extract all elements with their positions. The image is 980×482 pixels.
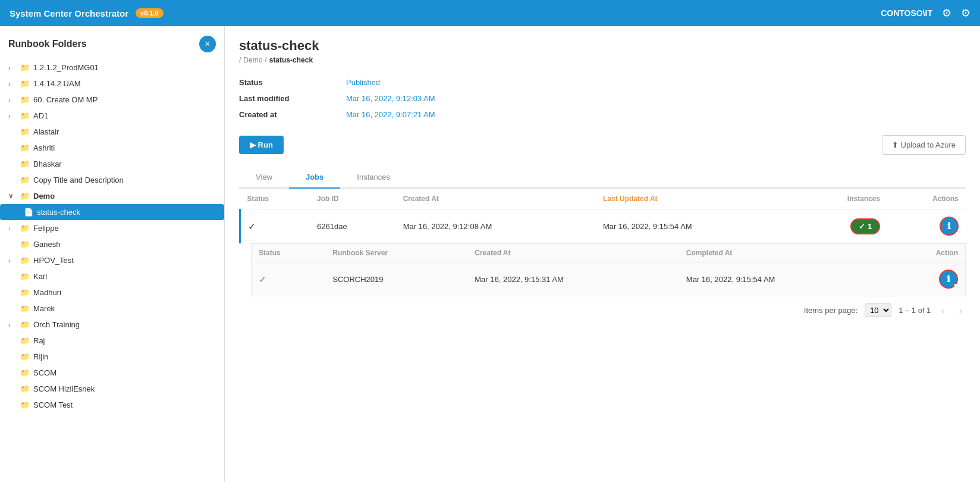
status-value: Published <box>346 76 966 89</box>
folder-icon: 📁 <box>20 143 30 152</box>
folder-icon: 📁 <box>20 224 30 233</box>
chevron-right-icon: › <box>8 64 17 71</box>
col-header-jobid: Job ID <box>310 189 396 209</box>
last-modified-value: Mar 16, 2022, 9:12:03 AM <box>346 92 966 105</box>
sub-info-button[interactable]: ℹ ↖ <box>939 270 958 289</box>
row-createdat: Mar 16, 2022, 9:12:08 AM <box>396 209 596 243</box>
folder-icon: 📁 <box>20 63 30 72</box>
prev-page-button[interactable]: ‹ <box>938 304 948 317</box>
pagination: Items per page: 10 25 50 1 – 1 of 1 ‹ › <box>239 296 966 317</box>
upload-azure-button[interactable]: ⬆ Upload to Azure <box>882 135 966 155</box>
sidebar-scroll: › 📁 1.2.1.2_ProdMG01 › 📁 1.4.14.2 UAM › … <box>0 60 224 482</box>
sidebar-item-label: HPOV_Test <box>33 256 216 265</box>
sub-row-action: ℹ ↖ <box>890 262 965 296</box>
sidebar-item-ad1[interactable]: › 📁 AD1 <box>0 108 224 124</box>
items-per-page-select[interactable]: 10 25 50 <box>865 303 891 317</box>
runbook-icon: 📄 <box>24 208 33 217</box>
sidebar-item-label: Demo <box>33 192 216 201</box>
sidebar-item-demo[interactable]: ∨ 📁 Demo <box>0 188 224 204</box>
sidebar-item-ganesh[interactable]: 📁 Ganesh <box>0 236 224 252</box>
sub-row-createdat: Mar 16, 2022, 9:15:31 AM <box>467 262 679 296</box>
col-header-createdat: Created At <box>396 189 596 209</box>
instances-badge[interactable]: ✓ 1 <box>850 218 880 234</box>
sidebar-item-label: 1.4.14.2 UAM <box>33 79 216 88</box>
sidebar-item-madhuri[interactable]: 📁 Madhuri <box>0 284 224 301</box>
version-badge: v0.1.0 <box>136 8 164 18</box>
sub-row-server: SCORCH2019 <box>325 262 467 296</box>
sidebar-item-60createommp[interactable]: › 📁 60. Create OM MP <box>0 92 224 108</box>
sub-col-createdat: Created At <box>467 244 679 262</box>
row-status: ✓ <box>240 209 310 243</box>
sidebar-item-1414uam[interactable]: › 📁 1.4.14.2 UAM <box>0 76 224 92</box>
gear-icon[interactable]: ⚙ <box>961 7 970 20</box>
sidebar-close-button[interactable]: × <box>199 36 216 52</box>
sidebar-item-rijin[interactable]: 📁 Rijin <box>0 349 224 365</box>
folder-icon: 📁 <box>20 400 30 409</box>
breadcrumb: / Demo / status-check <box>239 56 966 64</box>
breadcrumb-slash: / <box>239 56 241 64</box>
folder-icon: 📁 <box>20 159 30 168</box>
sidebar-item-ashriti[interactable]: 📁 Ashriti <box>0 140 224 156</box>
sidebar-item-hpovtest[interactable]: › 📁 HPOV_Test <box>0 252 224 268</box>
app-header: System Center Orchestrator v0.1.0 CONTOS… <box>0 0 980 26</box>
run-button[interactable]: ▶ Run <box>239 136 284 154</box>
sub-col-completedat: Completed At <box>679 244 891 262</box>
sidebar-item-label: SCOM <box>33 368 216 377</box>
sidebar-item-raj[interactable]: 📁 Raj <box>0 333 224 349</box>
row-info-button[interactable]: ℹ <box>940 217 959 236</box>
sidebar-item-marek[interactable]: 📁 Marek <box>0 301 224 317</box>
folder-icon: 📁 <box>20 288 30 297</box>
sidebar-item-label: Rijin <box>33 352 216 361</box>
folder-icon: 📁 <box>20 95 30 104</box>
actions-cell: ℹ <box>894 217 959 236</box>
header-right: CONTOSO\IT ⚙ ⚙ <box>881 7 970 20</box>
chevron-right-icon: › <box>8 321 17 328</box>
folder-icon: 📁 <box>20 176 30 184</box>
sidebar-item-label: SCOM Test <box>33 400 216 409</box>
tab-jobs[interactable]: Jobs <box>289 167 340 189</box>
sidebar-item-copytitle[interactable]: 📁 Copy Title and Description <box>0 172 224 188</box>
col-header-lastupdated: Last Updated At <box>596 189 796 209</box>
sub-col-runbookserver: Runbook Server <box>325 244 467 262</box>
created-at-label: Created at <box>239 108 346 121</box>
folder-icon: 📁 <box>20 192 30 201</box>
sidebar-item-statuscheck[interactable]: 📄 status-check <box>0 204 224 220</box>
sidebar-item-label: Bhaskar <box>33 159 216 168</box>
tab-instances[interactable]: Instances <box>340 167 407 189</box>
sidebar-item-label: Ashriti <box>33 143 216 152</box>
sidebar-item-label: Copy Title and Description <box>33 176 216 184</box>
status-label: Status <box>239 76 346 89</box>
row-lastupdated: Mar 16, 2022, 9:15:54 AM <box>596 209 796 243</box>
sidebar-item-alastair[interactable]: 📁 Alastair <box>0 124 224 140</box>
row-instances: ✓ 1 <box>796 209 887 243</box>
settings-icon[interactable]: ⚙ <box>942 7 951 20</box>
folder-icon: 📁 <box>20 240 30 249</box>
check-icon: ✓ <box>248 221 256 231</box>
folder-icon: 📁 <box>20 352 30 361</box>
tabs-bar: View Jobs Instances <box>239 167 966 189</box>
chevron-right-icon: › <box>8 112 17 120</box>
next-page-button[interactable]: › <box>956 304 966 317</box>
last-modified-label: Last modified <box>239 92 346 105</box>
sidebar-item-orchtraining[interactable]: › 📁 Orch Training <box>0 317 224 333</box>
breadcrumb-demo[interactable]: Demo <box>243 56 262 64</box>
page-info: 1 – 1 of 1 <box>899 306 931 315</box>
sidebar-header: Runbook Folders × <box>0 26 224 60</box>
sidebar-item-scom[interactable]: 📁 SCOM <box>0 365 224 381</box>
sub-row-status: ✓ <box>252 262 325 296</box>
sidebar-item-1212prodmg01[interactable]: › 📁 1.2.1.2_ProdMG01 <box>0 60 224 76</box>
tab-view[interactable]: View <box>239 167 289 189</box>
username-label: CONTOSO\IT <box>881 8 932 18</box>
sidebar-item-scomhizliesnek[interactable]: 📁 SCOM HizliEsnek <box>0 381 224 397</box>
sidebar-item-karl[interactable]: 📁 Karl <box>0 268 224 284</box>
sidebar-item-scomtest[interactable]: 📁 SCOM Test <box>0 397 224 413</box>
folder-icon: 📁 <box>20 111 30 120</box>
sidebar-item-bhaskar[interactable]: 📁 Bhaskar <box>0 156 224 172</box>
sidebar-item-felippe[interactable]: › 📁 Felippe <box>0 220 224 236</box>
folder-icon: 📁 <box>20 368 30 377</box>
content-area: status-check / Demo / status-check Statu… <box>225 26 980 482</box>
sub-table-row: ✓ SCORCH2019 Mar 16, 2022, 9:15:31 AM Ma… <box>252 262 965 296</box>
sidebar-item-label: Felippe <box>33 224 216 233</box>
col-header-status: Status <box>240 189 310 209</box>
folder-icon: 📁 <box>20 127 30 136</box>
